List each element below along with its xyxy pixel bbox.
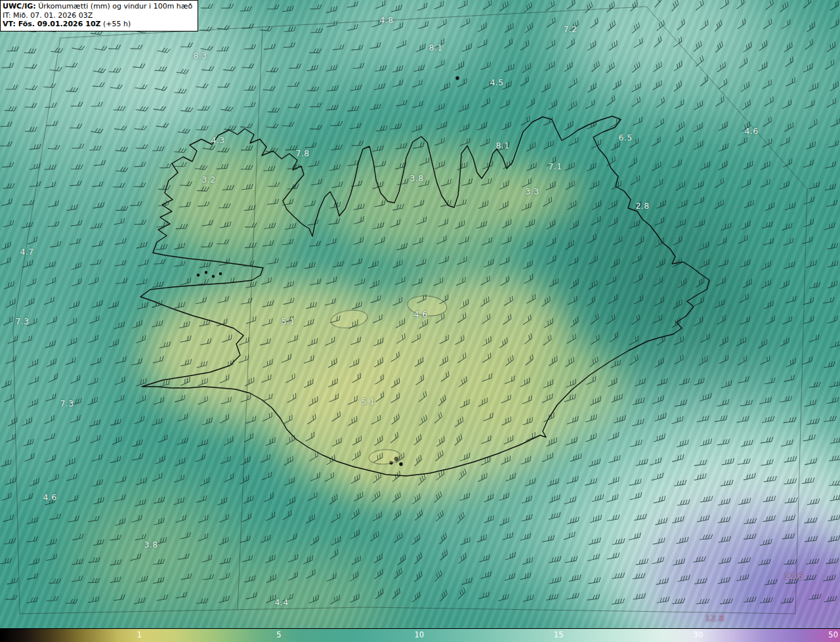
precip-label: 4.5 <box>490 77 504 87</box>
precip-label: 4.6 <box>414 309 428 319</box>
precip-label: 4.7 <box>20 247 34 257</box>
precip-label: 7.3 <box>16 316 30 326</box>
precip-label: 5.1 <box>362 396 375 406</box>
colorbar: 1510153050 <box>0 628 840 642</box>
product-code: UWC/IG: <box>3 2 36 11</box>
precip-label: 7.1 <box>549 161 562 171</box>
colorbar-tick-label: 1 <box>137 630 142 639</box>
precip-label: 4.4 <box>275 597 289 607</box>
colorbar-tick-label: 30 <box>693 630 703 639</box>
precip-label: 4.6 <box>745 126 759 136</box>
precip-label: 7.2 <box>564 24 578 34</box>
colorbar-tick-label: 15 <box>554 630 564 639</box>
title-line-valid: VT: Fös. 09.01.2026 10Z (+55 h) <box>3 20 192 29</box>
colorbar-tick-label: 5 <box>276 630 281 639</box>
precip-label: 5.1 <box>282 316 295 326</box>
precip-label: 3.8 <box>410 173 424 183</box>
product-description: Úrkomumætti (mm) og vindur i 100m hæð <box>36 2 193 11</box>
precip-label: 2.8 <box>636 201 650 211</box>
precip-labels-layer: 4.87.28.18.34.54.66.58.14.37.87.13.83.23… <box>0 0 840 629</box>
precip-label: 12.8 <box>705 613 724 623</box>
weather-map: 4.87.28.18.34.54.66.58.14.37.87.13.83.23… <box>0 0 840 642</box>
precip-label: 7.3 <box>60 398 74 408</box>
colorbar-tick-label: 10 <box>414 630 424 639</box>
precip-label: 4.8 <box>380 15 394 25</box>
precip-label: 3.8 <box>144 540 158 549</box>
valid-offset: (+55 h) <box>101 20 131 28</box>
precip-label: 3.3 <box>526 186 539 196</box>
colorbar-tick-label: 50 <box>828 630 838 639</box>
title-line-product: UWC/IG: Úrkomumætti (mm) og vindur i 100… <box>3 2 192 11</box>
precip-label: 4.3 <box>211 135 225 145</box>
colorbar-ticks: 1510153050 <box>0 629 840 642</box>
precip-label: 3.2 <box>202 175 216 184</box>
title-line-init: IT: Mið. 07. 01. 2026 03Z <box>3 11 192 20</box>
precip-label: 6.5 <box>619 133 633 142</box>
precip-label: 8.1 <box>496 140 510 150</box>
precip-label: 8.3 <box>194 51 207 60</box>
precip-label: 7.8 <box>296 148 310 158</box>
valid-time: VT: Fös. 09.01.2026 10Z <box>3 20 101 28</box>
title-box: UWC/IG: Úrkomumætti (mm) og vindur i 100… <box>0 0 198 32</box>
precip-label: 4.6 <box>43 492 57 502</box>
precip-label: 8.1 <box>429 43 443 53</box>
precip-label: 12.6 <box>784 571 803 581</box>
